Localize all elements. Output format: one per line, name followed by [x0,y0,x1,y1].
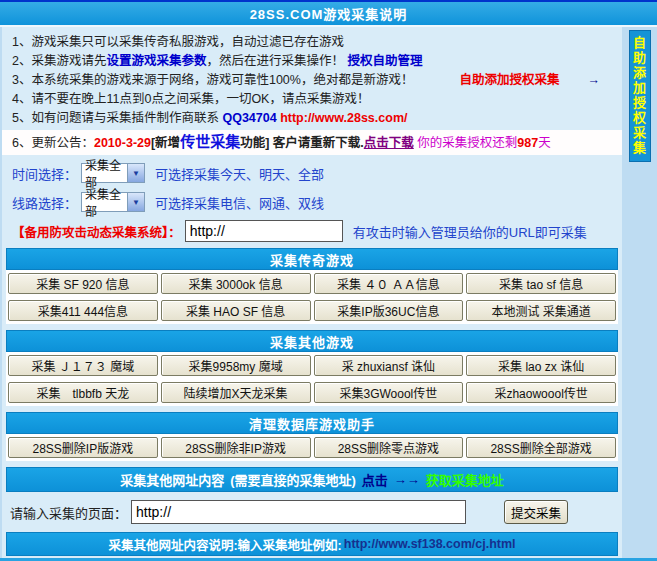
main-content: 1、游戏采集只可以采集传奇私服游戏，自动过滤已存在游戏 2、采集游戏请先设置游戏… [2,27,622,558]
click-link[interactable]: 点击 [362,470,388,489]
note-prefix: 采集其他网址内容说明:输入采集地址例如: [108,535,341,554]
page-url-input[interactable] [131,500,466,524]
backup-system-row: 【备用防攻击动态采集系统】： 有攻击时输入管理员给你的URL即可采集 [12,220,622,242]
delete-zero-games-button[interactable]: 28SS删除零点游戏 [314,437,464,458]
chevron-down-icon: ▼ [127,193,144,211]
backup-system-label: 【备用防攻击动态采集系统】： [12,222,181,241]
instruction-line-3: 3、本系统采集的游戏来源于网络，游戏可靠性100%，绝对都是新游戏！自助添加授权… [2,71,622,90]
notice-date: 2010-3-29 [94,136,151,150]
site-url-link[interactable]: http://www.28ss.com/ [277,111,408,125]
license-remaining-text: 你的采集授权还剩 [414,136,517,150]
collect-j173-button[interactable]: 采集 Ｊ１７３ 魔域 [8,355,158,376]
backup-system-hint: 有攻击时输入管理员给你的URL即可采集 [353,222,587,241]
local-test-channel-button[interactable]: 本地测试 采集通道 [466,300,616,321]
section-header-other-games: 采集其他游戏 [6,330,618,352]
notice-prefix: 6、更新公告： [12,136,94,150]
time-select-row: 时间选择： 采集全部 ▼ 可选择采集今天、明天、全部 [12,162,622,184]
delete-all-games-button[interactable]: 28SS删除全部游戏 [466,437,616,458]
instruction-3-text: 3、本系统采集的游戏来源于网络，游戏可靠性100%，绝对都是新游戏！ [12,73,413,87]
collect-taosf-button[interactable]: 采集 tao sf 信息 [466,273,616,294]
collect-zhuxiansf-button[interactable]: 采 zhuxiansf 诛仙 [314,355,464,376]
get-collect-address-link[interactable]: 获取采集地址 [426,470,504,489]
instruction-1-text: 1、游戏采集只可以采集传奇私服游戏，自动过滤已存在游戏 [12,35,344,49]
collect-411-444-button[interactable]: 采集411 444信息 [8,300,158,321]
line-select-label: 线路选择： [12,193,77,212]
instruction-2-middle: ，然后在进行采集操作！ [206,54,344,68]
other-games-row-2: 采集 tlbbfb 天龙 陆续增加X天龙采集 采集3GWoool传世 采zhao… [6,379,618,406]
notice-feature: 传世采集 [180,133,240,150]
section-header-legend-games: 采集传奇游戏 [6,248,618,270]
instruction-5-prefix: 5、如有问题请与采集插件制作商联系 [12,111,222,125]
instruction-4-text: 4、请不要在晚上11点到0点之间采集，一切OK，请点采集游戏！ [12,92,369,106]
update-notice-line: 6、更新公告：2010-3-29[新增传世采集功能] 客户请重新下载.点击下载 … [2,130,622,155]
collect-3gwoool-button[interactable]: 采集3GWoool传世 [314,382,464,403]
collect-3000ok-button[interactable]: 采集 3000ok 信息 [161,273,311,294]
legend-games-row-1: 采集 SF 920 信息 采集 3000ok 信息 采集 ４０ ＡＡ信息 采集 … [6,270,618,297]
page-url-label: 请输入采集的页面： [10,503,127,522]
delete-ip-games-button[interactable]: 28SS删除IP版游戏 [8,437,158,458]
line-select-hint: 可选择采集电信、网通、双线 [155,193,324,212]
license-days-unit: 天 [538,136,551,150]
set-params-link[interactable]: 设置游戏采集参数 [106,54,206,68]
instruction-line-2: 2、采集游戏请先设置游戏采集参数，然后在进行采集操作！ 授权自助管理 [2,52,622,71]
collect-40aa-button[interactable]: 采集 ４０ ＡＡ信息 [314,273,464,294]
collect-9958my-button[interactable]: 采集9958my 魔域 [161,355,311,376]
page: 28SS.COM游戏采集说明 1、游戏采集只可以采集传奇私服游戏，自动过滤已存在… [0,0,657,561]
page-url-row: 请输入采集的页面： 提交采集 [10,500,622,524]
section-title: 采集传奇游戏 [270,250,354,269]
line-select-value: 采集全部 [82,185,127,219]
collect-other-subtitle: (需要直接的采集地址) [230,470,356,489]
collect-other-title: 采集其他网址内容 [120,470,224,489]
section-header-db-cleanup: 清理数据库游戏助手 [6,412,618,434]
collect-other-url-bar: 采集其他网址内容 (需要直接的采集地址) 点击 →→ 获取采集地址 [6,467,618,492]
legend-games-row-2: 采集411 444信息 采集 HAO SF 信息 采集IP版36UC信息 本地测… [6,297,618,324]
db-cleanup-row: 28SS删除IP版游戏 28SS删除非IP游戏 28SS删除零点游戏 28SS删… [6,434,618,461]
license-days-value: 987 [517,136,538,150]
download-link[interactable]: 点击下载 [364,136,414,150]
auth-self-manage-link[interactable]: 授权自助管理 [347,54,422,68]
chevron-down-icon: ▼ [127,164,144,182]
instruction-line-1: 1、游戏采集只可以采集传奇私服游戏，自动过滤已存在游戏 [2,33,622,52]
time-select-label: 时间选择： [12,164,77,183]
time-select-hint: 可选择采集今天、明天、全部 [155,164,324,183]
instruction-2-prefix: 2、采集游戏请先 [12,54,106,68]
collect-zhaowoool-button[interactable]: 采zhaowoool传世 [466,382,616,403]
collect-sf920-button[interactable]: 采集 SF 920 信息 [8,273,158,294]
section-title: 采集其他游戏 [270,332,354,351]
more-tianlong-button[interactable]: 陆续增加X天龙采集 [161,382,311,403]
self-add-auth-vertical-tab[interactable]: 自助添加授权采集 [629,30,651,162]
right-rail: 自助添加授权采集 [622,27,657,558]
qq-contact[interactable]: QQ34704 [222,111,276,125]
line-select[interactable]: 采集全部 ▼ [81,192,145,212]
double-arrow-icon: →→ [394,472,420,487]
collect-haosf-button[interactable]: 采集 HAO SF 信息 [161,300,311,321]
submit-collect-button[interactable]: 提交采集 [504,500,568,524]
section-title: 清理数据库游戏助手 [249,414,375,433]
notice-bracket-open: [新增 [151,136,180,150]
example-url: http://www.sf138.com/cj.html [344,537,516,551]
collect-ip36uc-button[interactable]: 采集IP版36UC信息 [314,300,464,321]
backup-url-input[interactable] [185,220,343,242]
delete-nonip-games-button[interactable]: 28SS删除非IP游戏 [161,437,311,458]
collect-url-note-bar: 采集其他网址内容说明:输入采集地址例如: http://www.sf138.co… [6,532,618,556]
body: 1、游戏采集只可以采集传奇私服游戏，自动过滤已存在游戏 2、采集游戏请先设置游戏… [0,27,657,558]
instruction-line-4: 4、请不要在晚上11点到0点之间采集，一切OK，请点采集游戏！ [2,90,622,109]
other-games-row-1: 采集 Ｊ１７３ 魔域 采集9958my 魔域 采 zhuxiansf 诛仙 采集… [6,352,618,379]
collect-laozx-button[interactable]: 采集 lao zx 诛仙 [466,355,616,376]
page-title-bar: 28SS.COM游戏采集说明 [0,2,657,27]
self-add-auth-link[interactable]: 自助添加授权采集 [459,73,559,87]
time-select[interactable]: 采集全部 ▼ [81,163,145,183]
notice-bracket-close: 功能] [240,136,269,150]
notice-redownload: 客户请重新下载. [269,136,363,150]
line-select-row: 线路选择： 采集全部 ▼ 可选择采集电信、网通、双线 [12,191,622,213]
instruction-line-5: 5、如有问题请与采集插件制作商联系 QQ34704 http://www.28s… [2,109,622,128]
page-title: 28SS.COM游戏采集说明 [250,4,408,23]
collect-tlbbfb-button[interactable]: 采集 tlbbfb 天龙 [8,382,158,403]
